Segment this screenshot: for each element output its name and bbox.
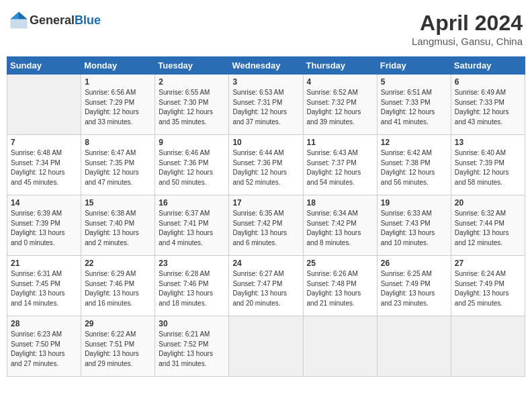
calendar-cell: 16 Sunrise: 6:37 AM Sunset: 7:41 PM Dayl… <box>155 195 229 256</box>
calendar-cell: 17 Sunrise: 6:35 AM Sunset: 7:42 PM Dayl… <box>229 195 303 256</box>
day-info: Sunrise: 6:42 AM Sunset: 7:38 PM Dayligh… <box>381 148 447 187</box>
day-number: 11 <box>307 138 373 147</box>
calendar-cell: 20 Sunrise: 6:32 AM Sunset: 7:44 PM Dayl… <box>451 195 525 256</box>
calendar-cell: 30 Sunrise: 6:21 AM Sunset: 7:52 PM Dayl… <box>155 316 229 377</box>
day-number: 9 <box>159 138 225 147</box>
day-number: 25 <box>307 259 373 268</box>
day-info: Sunrise: 6:40 AM Sunset: 7:39 PM Dayligh… <box>455 148 521 187</box>
day-number: 17 <box>232 198 299 208</box>
day-number: 15 <box>85 198 151 208</box>
day-number: 29 <box>85 319 151 328</box>
day-info: Sunrise: 6:34 AM Sunset: 7:42 PM Dayligh… <box>307 209 373 248</box>
calendar-cell: 24 Sunrise: 6:27 AM Sunset: 7:47 PM Dayl… <box>229 256 303 316</box>
day-number: 16 <box>159 198 225 208</box>
calendar-cell: 21 Sunrise: 6:31 AM Sunset: 7:45 PM Dayl… <box>7 256 81 316</box>
column-header-monday: Monday <box>81 57 155 75</box>
day-number: 21 <box>11 259 77 268</box>
calendar-cell: 18 Sunrise: 6:34 AM Sunset: 7:42 PM Dayl… <box>303 195 377 256</box>
day-number: 18 <box>307 198 373 208</box>
calendar-cell: 8 Sunrise: 6:47 AM Sunset: 7:35 PM Dayli… <box>81 135 155 195</box>
day-number: 5 <box>381 77 447 87</box>
day-number: 1 <box>85 77 151 87</box>
logo-text-blue: Blue <box>75 13 101 27</box>
calendar-cell: 22 Sunrise: 6:29 AM Sunset: 7:46 PM Dayl… <box>81 256 155 316</box>
day-info: Sunrise: 6:29 AM Sunset: 7:46 PM Dayligh… <box>85 269 151 308</box>
day-info: Sunrise: 6:44 AM Sunset: 7:36 PM Dayligh… <box>232 148 299 187</box>
column-header-saturday: Saturday <box>451 57 525 75</box>
location-title: Langmusi, Gansu, China <box>412 36 523 47</box>
day-info: Sunrise: 6:56 AM Sunset: 7:29 PM Dayligh… <box>85 88 151 127</box>
day-number: 20 <box>455 198 521 208</box>
day-number: 3 <box>232 77 299 87</box>
calendar-cell: 13 Sunrise: 6:40 AM Sunset: 7:39 PM Dayl… <box>451 135 525 195</box>
calendar-cell: 19 Sunrise: 6:33 AM Sunset: 7:43 PM Dayl… <box>377 195 451 256</box>
calendar-cell: 11 Sunrise: 6:43 AM Sunset: 7:37 PM Dayl… <box>303 135 377 195</box>
day-info: Sunrise: 6:27 AM Sunset: 7:47 PM Dayligh… <box>232 269 299 308</box>
calendar-cell: 6 Sunrise: 6:49 AM Sunset: 7:33 PM Dayli… <box>451 75 525 135</box>
day-info: Sunrise: 6:48 AM Sunset: 7:34 PM Dayligh… <box>11 148 77 187</box>
day-number: 19 <box>381 198 447 208</box>
calendar-cell: 5 Sunrise: 6:51 AM Sunset: 7:33 PM Dayli… <box>377 75 451 135</box>
day-info: Sunrise: 6:51 AM Sunset: 7:33 PM Dayligh… <box>381 88 447 127</box>
column-header-tuesday: Tuesday <box>155 57 229 75</box>
calendar-cell: 9 Sunrise: 6:46 AM Sunset: 7:36 PM Dayli… <box>155 135 229 195</box>
day-info: Sunrise: 6:22 AM Sunset: 7:51 PM Dayligh… <box>85 330 151 369</box>
day-info: Sunrise: 6:37 AM Sunset: 7:41 PM Dayligh… <box>159 209 225 248</box>
calendar-cell <box>377 316 451 377</box>
day-info: Sunrise: 6:26 AM Sunset: 7:48 PM Dayligh… <box>307 269 373 308</box>
calendar-cell: 14 Sunrise: 6:39 AM Sunset: 7:39 PM Dayl… <box>7 195 81 256</box>
day-info: Sunrise: 6:32 AM Sunset: 7:44 PM Dayligh… <box>455 209 521 248</box>
calendar-cell <box>229 316 303 377</box>
column-header-sunday: Sunday <box>7 57 81 75</box>
calendar-cell <box>303 316 377 377</box>
calendar-cell <box>7 75 81 135</box>
day-number: 30 <box>159 319 225 328</box>
title-area: April 2024 Langmusi, Gansu, China <box>412 11 523 47</box>
calendar-cell: 27 Sunrise: 6:24 AM Sunset: 7:49 PM Dayl… <box>451 256 525 316</box>
calendar-cell: 15 Sunrise: 6:38 AM Sunset: 7:40 PM Dayl… <box>81 195 155 256</box>
day-number: 10 <box>232 138 299 147</box>
day-number: 27 <box>455 259 521 268</box>
day-number: 14 <box>11 198 77 208</box>
header: GeneralBlue April 2024 Langmusi, Gansu, … <box>7 7 525 51</box>
day-info: Sunrise: 6:38 AM Sunset: 7:40 PM Dayligh… <box>85 209 151 248</box>
day-info: Sunrise: 6:52 AM Sunset: 7:32 PM Dayligh… <box>307 88 373 127</box>
column-header-wednesday: Wednesday <box>229 57 303 75</box>
day-info: Sunrise: 6:31 AM Sunset: 7:45 PM Dayligh… <box>11 269 77 308</box>
svg-marker-1 <box>19 11 28 19</box>
day-number: 22 <box>85 259 151 268</box>
day-number: 12 <box>381 138 447 147</box>
calendar-cell: 1 Sunrise: 6:56 AM Sunset: 7:29 PM Dayli… <box>81 75 155 135</box>
calendar-cell: 25 Sunrise: 6:26 AM Sunset: 7:48 PM Dayl… <box>303 256 377 316</box>
svg-marker-2 <box>10 11 19 19</box>
day-info: Sunrise: 6:55 AM Sunset: 7:30 PM Dayligh… <box>159 88 225 127</box>
calendar-cell: 4 Sunrise: 6:52 AM Sunset: 7:32 PM Dayli… <box>303 75 377 135</box>
day-info: Sunrise: 6:24 AM Sunset: 7:49 PM Dayligh… <box>455 269 521 308</box>
day-info: Sunrise: 6:25 AM Sunset: 7:49 PM Dayligh… <box>381 269 447 308</box>
day-info: Sunrise: 6:39 AM Sunset: 7:39 PM Dayligh… <box>11 209 77 248</box>
day-number: 28 <box>11 319 77 328</box>
day-number: 8 <box>85 138 151 147</box>
day-number: 6 <box>455 77 521 87</box>
day-number: 13 <box>455 138 521 147</box>
logo-text-general: General <box>30 13 75 27</box>
day-info: Sunrise: 6:43 AM Sunset: 7:37 PM Dayligh… <box>307 148 373 187</box>
calendar-cell: 23 Sunrise: 6:28 AM Sunset: 7:46 PM Dayl… <box>155 256 229 316</box>
calendar-cell: 7 Sunrise: 6:48 AM Sunset: 7:34 PM Dayli… <box>7 135 81 195</box>
calendar-cell <box>451 316 525 377</box>
day-number: 24 <box>232 259 299 268</box>
logo: GeneralBlue <box>9 11 101 30</box>
day-info: Sunrise: 6:23 AM Sunset: 7:50 PM Dayligh… <box>11 330 77 369</box>
calendar-cell: 29 Sunrise: 6:22 AM Sunset: 7:51 PM Dayl… <box>81 316 155 377</box>
month-title: April 2024 <box>412 11 523 36</box>
calendar-cell: 3 Sunrise: 6:53 AM Sunset: 7:31 PM Dayli… <box>229 75 303 135</box>
calendar-cell: 10 Sunrise: 6:44 AM Sunset: 7:36 PM Dayl… <box>229 135 303 195</box>
day-info: Sunrise: 6:46 AM Sunset: 7:36 PM Dayligh… <box>159 148 225 187</box>
column-header-friday: Friday <box>377 57 451 75</box>
calendar-cell: 28 Sunrise: 6:23 AM Sunset: 7:50 PM Dayl… <box>7 316 81 377</box>
calendar-cell: 26 Sunrise: 6:25 AM Sunset: 7:49 PM Dayl… <box>377 256 451 316</box>
day-number: 4 <box>307 77 373 87</box>
column-header-thursday: Thursday <box>303 57 377 75</box>
calendar-table: SundayMondayTuesdayWednesdayThursdayFrid… <box>7 56 525 377</box>
day-info: Sunrise: 6:28 AM Sunset: 7:46 PM Dayligh… <box>159 269 225 308</box>
